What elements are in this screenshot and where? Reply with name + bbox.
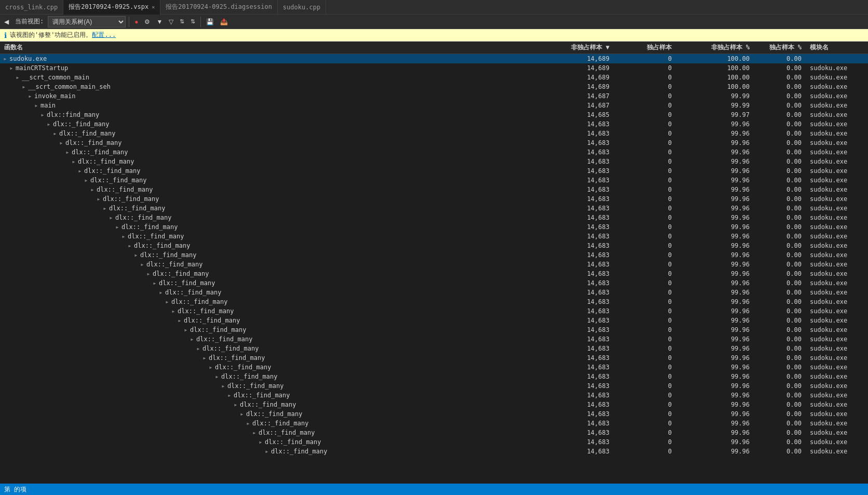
- table-row[interactable]: ▶dlx::_find_many14,683099.960.00sudoku.e…: [0, 363, 868, 372]
- table-row[interactable]: ▶mainCRTStartup14,6890100.000.00sudoku.e…: [0, 63, 868, 73]
- tree-expand-arrow[interactable]: ▶: [201, 356, 208, 360]
- export-button[interactable]: 📤: [218, 17, 230, 26]
- table-row[interactable]: ▶dlx::_find_many14,683099.960.00sudoku.e…: [0, 447, 868, 456]
- tree-expand-arrow[interactable]: ▶: [102, 206, 108, 211]
- record-button[interactable]: ●: [132, 17, 140, 26]
- tree-expand-arrow[interactable]: ▶: [245, 421, 251, 426]
- table-row[interactable]: ▶dlx::_find_many14,683099.960.00sudoku.e…: [0, 148, 868, 157]
- tab-sudoku[interactable]: sudoku.cpp: [278, 0, 326, 15]
- table-row[interactable]: ▶dlx::_find_many14,683099.960.00sudoku.e…: [0, 381, 868, 391]
- tree-expand-arrow[interactable]: ▶: [83, 178, 89, 183]
- table-row[interactable]: ▶dlx::_find_many14,683099.960.00sudoku.e…: [0, 119, 868, 129]
- table-row[interactable]: ▶dlx::_find_many14,683099.960.00sudoku.e…: [0, 213, 868, 222]
- table-row[interactable]: ▶dlx::_find_many14,683099.960.00sudoku.e…: [0, 344, 868, 353]
- tree-expand-arrow[interactable]: ▶: [27, 94, 33, 99]
- table-row[interactable]: ▶dlx::_find_many14,683099.960.00sudoku.e…: [0, 437, 868, 447]
- table-row[interactable]: ▶dlx::_find_many14,683099.960.00sudoku.e…: [0, 232, 868, 241]
- filter-button[interactable]: ▼: [154, 17, 165, 26]
- filter3-button[interactable]: ⇅: [178, 17, 186, 26]
- table-row[interactable]: ▶dlx::_find_many14,683099.960.00sudoku.e…: [0, 204, 868, 213]
- table-row[interactable]: ▶dlx::_find_many14,683099.960.00sudoku.e…: [0, 166, 868, 176]
- tree-expand-arrow[interactable]: ▶: [21, 85, 27, 89]
- col-header-v1[interactable]: 非独占样本 ▼: [551, 43, 614, 52]
- tree-expand-arrow[interactable]: ▶: [15, 75, 21, 80]
- tree-expand-arrow[interactable]: ▶: [127, 244, 133, 248]
- filter4-button[interactable]: ⇅: [188, 17, 197, 26]
- save-button[interactable]: 💾: [204, 17, 216, 26]
- tree-expand-arrow[interactable]: ▶: [208, 365, 214, 370]
- back-button[interactable]: ◀: [2, 17, 11, 26]
- tree-expand-arrow[interactable]: ▶: [64, 150, 71, 155]
- table-row[interactable]: ▶dlx::_find_many14,683099.960.00sudoku.e…: [0, 325, 868, 335]
- table-row[interactable]: ▶dlx::_find_many14,683099.960.00sudoku.e…: [0, 372, 868, 381]
- table-row[interactable]: ▶dlx::_find_many14,683099.960.00sudoku.e…: [0, 419, 868, 428]
- table-row[interactable]: ▶__scrt_common_main14,6890100.000.00sudo…: [0, 73, 868, 82]
- content-area[interactable]: ▶sudoku.exe14,6890100.000.00▶mainCRTStar…: [0, 54, 868, 484]
- tab-close-report1[interactable]: ✕: [152, 4, 155, 10]
- tree-expand-arrow[interactable]: ▶: [257, 440, 264, 445]
- tree-expand-arrow[interactable]: ▶: [139, 262, 145, 267]
- table-row[interactable]: ▶dlx::_find_many14,683099.960.00sudoku.e…: [0, 176, 868, 185]
- table-row[interactable]: ▶dlx::_find_many14,683099.960.00sudoku.e…: [0, 400, 868, 409]
- view-select[interactable]: 调用关系树(A)被调用关系树模块视图进程视图: [48, 16, 126, 28]
- table-row[interactable]: ▶dlx::_find_many14,683099.960.00sudoku.e…: [0, 194, 868, 204]
- tree-expand-arrow[interactable]: ▶: [39, 113, 46, 117]
- tab-cross_link[interactable]: cross_link.cpp: [0, 0, 63, 15]
- table-row[interactable]: ▶dlx::_find_many14,683099.960.00sudoku.e…: [0, 297, 868, 306]
- table-row[interactable]: ▶dlx::_find_many14,683099.960.00sudoku.e…: [0, 269, 868, 278]
- table-row[interactable]: ▶dlx::_find_many14,683099.960.00sudoku.e…: [0, 316, 868, 325]
- table-row[interactable]: ▶dlx::_find_many14,683099.960.00sudoku.e…: [0, 241, 868, 250]
- tab-report2[interactable]: 报告20170924-0925.diagsession: [160, 0, 278, 15]
- tree-expand-arrow[interactable]: ▶: [264, 449, 270, 454]
- tree-expand-arrow[interactable]: ▶: [133, 253, 139, 258]
- table-row[interactable]: ▶dlx::find_many14,685099.970.00sudoku.ex…: [0, 110, 868, 119]
- table-row[interactable]: ▶dlx::_find_many14,683099.960.00sudoku.e…: [0, 391, 868, 400]
- tree-expand-arrow[interactable]: ▶: [220, 384, 226, 389]
- tree-expand-arrow[interactable]: ▶: [114, 225, 120, 230]
- tree-expand-arrow[interactable]: ▶: [89, 188, 96, 192]
- tree-expand-arrow[interactable]: ▶: [145, 272, 152, 276]
- table-row[interactable]: ▶dlx::_find_many14,683099.960.00sudoku.e…: [0, 157, 868, 166]
- table-row[interactable]: ▶dlx::_find_many14,683099.960.00sudoku.e…: [0, 428, 868, 437]
- table-row[interactable]: ▶dlx::_find_many14,683099.960.00sudoku.e…: [0, 353, 868, 363]
- table-row[interactable]: ▶dlx::_find_many14,683099.960.00sudoku.e…: [0, 185, 868, 194]
- tree-expand-arrow[interactable]: ▶: [177, 318, 183, 323]
- table-row[interactable]: ▶dlx::_find_many14,683099.960.00sudoku.e…: [0, 222, 868, 232]
- tree-expand-arrow[interactable]: ▶: [226, 393, 233, 398]
- col-header-v4[interactable]: 独占样本 %: [754, 43, 806, 52]
- tree-expand-arrow[interactable]: ▶: [71, 159, 77, 164]
- table-row[interactable]: ▶main14,687099.990.00sudoku.exe: [0, 101, 868, 110]
- table-row[interactable]: ▶dlx::_find_many14,683099.960.00sudoku.e…: [0, 288, 868, 297]
- table-row[interactable]: ▶dlx::_find_many14,683099.960.00sudoku.e…: [0, 250, 868, 260]
- table-row[interactable]: ▶dlx::_find_many14,683099.960.00sudoku.e…: [0, 260, 868, 269]
- tree-expand-arrow[interactable]: ▶: [58, 141, 64, 145]
- col-header-mod[interactable]: 模块名: [806, 43, 868, 52]
- table-row[interactable]: ▶dlx::_find_many14,683099.960.00sudoku.e…: [0, 306, 868, 316]
- info-link[interactable]: 配置...: [92, 31, 116, 39]
- table-row[interactable]: ▶dlx::_find_many14,683099.960.00sudoku.e…: [0, 278, 868, 288]
- tree-expand-arrow[interactable]: ▶: [214, 374, 220, 379]
- tree-expand-arrow[interactable]: ▶: [8, 66, 15, 71]
- tree-expand-arrow[interactable]: ▶: [77, 169, 83, 173]
- settings-button[interactable]: ⚙: [142, 17, 152, 26]
- col-header-v2[interactable]: 独占样本: [614, 43, 676, 52]
- tree-expand-arrow[interactable]: ▶: [120, 234, 127, 239]
- tree-expand-arrow[interactable]: ▶: [2, 57, 8, 61]
- table-row[interactable]: ▶invoke_main14,687099.990.00sudoku.exe: [0, 91, 868, 101]
- tree-expand-arrow[interactable]: ▶: [152, 281, 158, 286]
- table-row[interactable]: ▶dlx::_find_many14,683099.960.00sudoku.e…: [0, 409, 868, 419]
- tab-report1[interactable]: 报告20170924-0925.vspx✕: [63, 0, 160, 15]
- tree-expand-arrow[interactable]: ▶: [52, 131, 58, 136]
- tree-expand-arrow[interactable]: ▶: [195, 346, 201, 351]
- table-row[interactable]: ▶dlx::_find_many14,683099.960.00sudoku.e…: [0, 129, 868, 138]
- tree-expand-arrow[interactable]: ▶: [239, 412, 245, 417]
- tree-expand-arrow[interactable]: ▶: [183, 328, 189, 332]
- table-row[interactable]: ▶sudoku.exe14,6890100.000.00: [0, 54, 868, 63]
- tree-expand-arrow[interactable]: ▶: [33, 103, 39, 108]
- table-row[interactable]: ▶__scrt_common_main_seh14,6890100.000.00…: [0, 82, 868, 91]
- tree-expand-arrow[interactable]: ▶: [251, 431, 257, 435]
- tree-expand-arrow[interactable]: ▶: [170, 309, 177, 314]
- table-row[interactable]: ▶dlx::_find_many14,683099.960.00sudoku.e…: [0, 138, 868, 148]
- tree-expand-arrow[interactable]: ▶: [108, 216, 114, 220]
- col-header-v3[interactable]: 非独占样本 %: [676, 43, 754, 52]
